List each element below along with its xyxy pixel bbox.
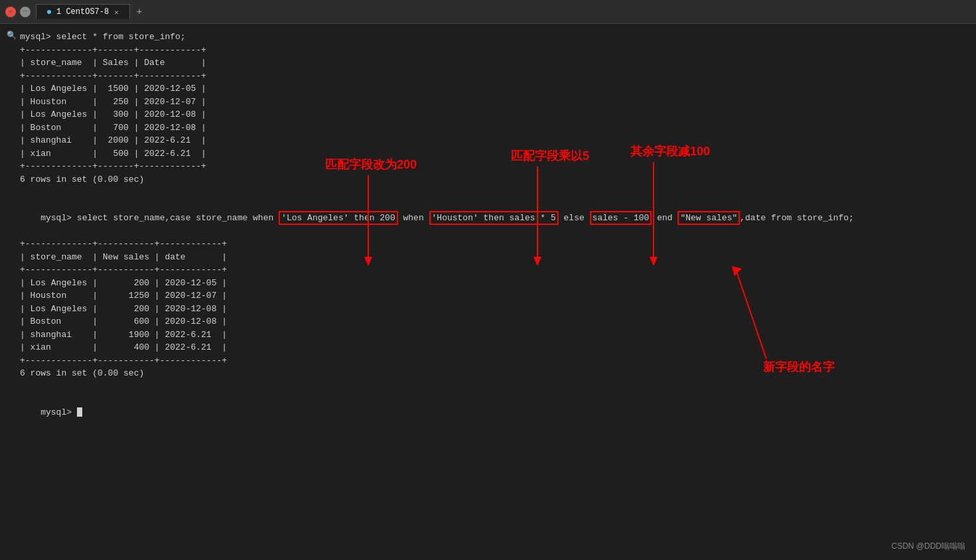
row2-6-line: | xian | 400 | 2022-6.21 |: [20, 341, 968, 354]
sep3-line: +-------------+-------+------------+: [20, 160, 968, 173]
row1-5-line: | shanghai | 2000 | 2022-6.21 |: [20, 134, 968, 147]
row1-4-line: | Boston | 700 | 2020-12-08 |: [20, 121, 968, 135]
query2-newfield-box: "New sales": [677, 211, 740, 225]
row1-1-line: | Los Angeles | 1500 | 2020-12-05 |: [20, 82, 968, 96]
query1-line: mysql> select * from store_info;: [20, 31, 968, 44]
tab-label: 1 CentOS7-8: [56, 7, 109, 17]
prompt-end-line: mysql>: [20, 393, 968, 432]
query2-when1-box: 'Los Angeles' then 200: [279, 211, 398, 225]
title-bar: ✕ − 1 CentOS7-8 ✕ +: [0, 0, 976, 24]
query2-line: mysql> select store_name,case store_name…: [20, 199, 968, 238]
row2-5-line: | shanghai | 1900 | 2022-6.21 |: [20, 328, 968, 342]
tab-centos[interactable]: 1 CentOS7-8 ✕: [36, 4, 130, 19]
sep1b-line: +-------------+-------+------------+: [20, 70, 968, 83]
title-bar-controls: ✕ −: [5, 7, 31, 17]
blank2-line: [20, 380, 968, 393]
close-button[interactable]: ✕: [5, 7, 16, 17]
terminal: 🔍 mysql> select * from store_info; +----…: [0, 24, 976, 437]
header2-line: | store_name | New sales | date |: [20, 251, 968, 264]
query2-when2-box: 'Houston' then sales * 5: [429, 211, 559, 225]
row2-4-line: | Boston | 600 | 2020-12-08 |: [20, 315, 968, 328]
rows2-line: 6 rows in set (0.00 sec): [20, 367, 968, 380]
sep4-line: +-------------+-----------+------------+: [20, 238, 968, 251]
query2-end: end: [652, 213, 677, 223]
query2-suffix: ,date from store_info;: [740, 213, 854, 223]
query2-prefix: mysql> select store_name,case store_name…: [40, 213, 279, 223]
tab-bar: 1 CentOS7-8 ✕ +: [36, 4, 149, 20]
watermark: CSDN @DDD嗡嗡嗡: [891, 541, 965, 552]
rows1-line: 6 rows in set (0.00 sec): [20, 173, 968, 186]
terminal-cursor: [77, 407, 82, 417]
tab-dot: [47, 10, 51, 14]
query2-when-kw: when: [398, 213, 429, 223]
tab-close-icon[interactable]: ✕: [114, 8, 119, 17]
sep1-line: +-------------+-------+------------+: [20, 44, 968, 57]
sep6-line: +-------------+-----------+------------+: [20, 354, 968, 368]
search-icon: 🔍: [7, 31, 17, 40]
query2-else-kw: else: [559, 213, 590, 223]
row2-2-line: | Houston | 1250 | 2020-12-07 |: [20, 289, 968, 303]
blank1-line: [20, 186, 968, 199]
query2-else-box: sales - 100: [590, 211, 652, 225]
sep5-line: +-------------+-----------+------------+: [20, 263, 968, 277]
row1-2-line: | Houston | 250 | 2020-12-07 |: [20, 96, 968, 109]
row2-3-line: | Los Angeles | 200 | 2020-12-08 |: [20, 303, 968, 316]
row2-1-line: | Los Angeles | 200 | 2020-12-05 |: [20, 277, 968, 290]
row1-6-line: | xian | 500 | 2022-6.21 |: [20, 147, 968, 161]
header1-line: | store_name | Sales | Date |: [20, 56, 968, 70]
row1-3-line: | Los Angeles | 300 | 2020-12-08 |: [20, 108, 968, 121]
tab-add-button[interactable]: +: [130, 4, 149, 20]
minimize-button[interactable]: −: [20, 7, 31, 17]
